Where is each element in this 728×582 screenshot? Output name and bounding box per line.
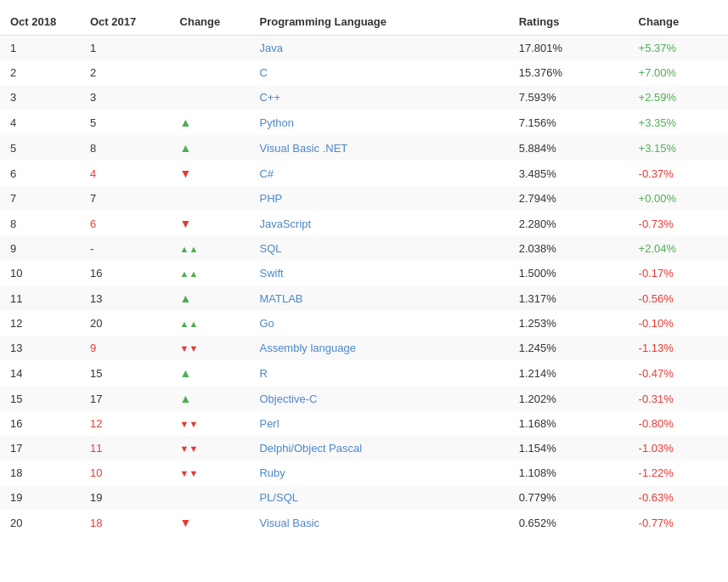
change-value-cell: +2.59%: [629, 85, 728, 110]
language-cell[interactable]: Java: [249, 36, 508, 61]
language-link[interactable]: Visual Basic: [259, 517, 319, 529]
language-cell[interactable]: R: [249, 360, 508, 386]
language-link[interactable]: C#: [259, 167, 274, 180]
change-icon-cell: ▼: [170, 161, 250, 186]
change-value-cell: -1.13%: [629, 336, 728, 360]
change-icon-cell: ▲: [170, 285, 250, 311]
table-row: 9-▲▲SQL2.038%+2.04%: [0, 236, 728, 261]
arrow-up-icon: ▲: [180, 141, 192, 155]
prev-rank-cell: 17: [80, 386, 170, 411]
change-icon-cell: [170, 485, 250, 510]
ratings-cell: 0.652%: [509, 510, 629, 535]
language-link[interactable]: Go: [259, 317, 274, 330]
tiobe-table: Oct 2018 Oct 2017 Change Programming Lan…: [0, 0, 728, 544]
rank-cell: 11: [0, 285, 80, 311]
language-link[interactable]: PL/SQL: [259, 491, 298, 504]
header-oct2018: Oct 2018: [0, 8, 80, 36]
language-cell[interactable]: Objective-C: [249, 386, 508, 411]
ratings-cell: 15.376%: [509, 60, 629, 85]
change-icon-cell: ▲▲: [170, 236, 250, 261]
language-link[interactable]: PHP: [259, 192, 282, 205]
change-value-cell: +5.37%: [629, 36, 728, 61]
prev-rank-cell: 1: [80, 36, 170, 61]
language-cell[interactable]: PL/SQL: [249, 485, 508, 510]
language-link[interactable]: C++: [259, 91, 280, 104]
rankings-table: Oct 2018 Oct 2017 Change Programming Lan…: [0, 8, 728, 535]
language-link[interactable]: Perl: [259, 417, 279, 430]
language-link[interactable]: R: [259, 367, 267, 380]
prev-rank-cell: 19: [80, 485, 170, 510]
language-cell[interactable]: Swift: [249, 261, 508, 285]
language-cell[interactable]: Visual Basic .NET: [249, 135, 508, 161]
language-cell[interactable]: Visual Basic: [249, 510, 508, 535]
table-row: 1612▼▼Perl1.168%-0.80%: [0, 411, 728, 436]
double-arrow-down-icon: ▼▼: [180, 343, 199, 353]
rank-cell: 13: [0, 336, 80, 360]
table-row: 11Java17.801%+5.37%: [0, 36, 728, 61]
language-cell[interactable]: C#: [249, 161, 508, 186]
arrow-up-icon: ▲: [180, 392, 192, 405]
language-link[interactable]: Java: [259, 42, 282, 54]
language-link[interactable]: Delphi/Object Pascal: [259, 442, 362, 455]
rank-cell: 15: [0, 386, 80, 411]
change-icon-cell: ▼▼: [170, 411, 250, 436]
change-value-cell: +3.15%: [629, 135, 728, 161]
change-icon-cell: ▲▲: [170, 261, 250, 285]
arrow-down-icon: ▼: [180, 167, 192, 180]
language-link[interactable]: Assembly language: [259, 342, 355, 354]
change-icon-cell: ▲: [170, 110, 250, 135]
change-value-cell: -0.63%: [629, 485, 728, 510]
prev-rank-cell: 5: [80, 110, 170, 135]
language-cell[interactable]: Go: [249, 311, 508, 336]
language-link[interactable]: Objective-C: [259, 393, 317, 405]
arrow-down-icon: ▼: [180, 516, 192, 529]
language-cell[interactable]: MATLAB: [249, 285, 508, 311]
rank-cell: 9: [0, 236, 80, 261]
language-link[interactable]: MATLAB: [259, 292, 302, 305]
language-cell[interactable]: JavaScript: [249, 211, 508, 236]
table-row: 2018▼Visual Basic0.652%-0.77%: [0, 510, 728, 535]
language-link[interactable]: C: [259, 66, 267, 79]
change-icon-cell: ▲: [170, 386, 250, 411]
change-icon-cell: ▲▲: [170, 311, 250, 336]
change-value-cell: -0.37%: [629, 161, 728, 186]
rank-cell: 2: [0, 60, 80, 85]
language-link[interactable]: Python: [259, 116, 293, 129]
ratings-cell: 1.317%: [509, 285, 629, 311]
prev-rank-cell: 13: [80, 285, 170, 311]
change-value-cell: +2.04%: [629, 236, 728, 261]
double-arrow-up-icon: ▲▲: [180, 244, 199, 254]
language-cell[interactable]: Assembly language: [249, 336, 508, 360]
language-link[interactable]: Visual Basic .NET: [259, 142, 347, 155]
language-cell[interactable]: SQL: [249, 236, 508, 261]
language-cell[interactable]: Perl: [249, 411, 508, 436]
change-icon-cell: ▲: [170, 360, 250, 386]
prev-rank-cell: 3: [80, 85, 170, 110]
language-link[interactable]: JavaScript: [259, 218, 311, 230]
rank-cell: 20: [0, 510, 80, 535]
table-row: 86▼JavaScript2.280%-0.73%: [0, 211, 728, 236]
ratings-cell: 17.801%: [509, 36, 629, 61]
language-link[interactable]: Ruby: [259, 466, 285, 479]
ratings-cell: 1.253%: [509, 311, 629, 336]
table-row: 77PHP2.794%+0.00%: [0, 186, 728, 211]
rank-cell: 14: [0, 360, 80, 386]
ratings-cell: 1.168%: [509, 411, 629, 436]
rank-cell: 8: [0, 211, 80, 236]
ratings-cell: 7.156%: [509, 110, 629, 135]
prev-rank-cell: -: [80, 236, 170, 261]
language-cell[interactable]: PHP: [249, 186, 508, 211]
language-cell[interactable]: C++: [249, 85, 508, 110]
prev-rank-cell: 12: [80, 411, 170, 436]
language-cell[interactable]: C: [249, 60, 508, 85]
rank-cell: 12: [0, 311, 80, 336]
change-value-cell: -0.73%: [629, 211, 728, 236]
double-arrow-down-icon: ▼▼: [180, 468, 199, 478]
language-cell[interactable]: Python: [249, 110, 508, 135]
rank-cell: 16: [0, 411, 80, 436]
rank-cell: 17: [0, 436, 80, 461]
language-link[interactable]: Swift: [259, 267, 283, 280]
language-cell[interactable]: Delphi/Object Pascal: [249, 436, 508, 461]
language-cell[interactable]: Ruby: [249, 461, 508, 485]
language-link[interactable]: SQL: [259, 242, 281, 255]
